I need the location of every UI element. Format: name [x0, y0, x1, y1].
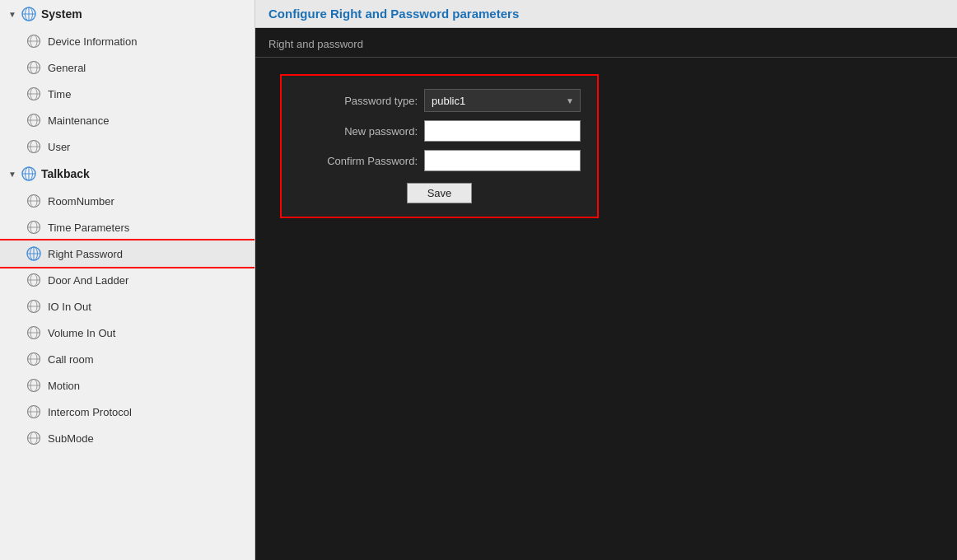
sidebar-item-right-password[interactable]: Right Password [0, 240, 254, 267]
talkback-globe-icon [21, 166, 36, 181]
sidebar-item-time-parameters[interactable]: Time Parameters [0, 214, 254, 240]
main-panel: Configure Right and Password parameters … [255, 0, 957, 560]
time-icon [26, 86, 41, 101]
sidebar-item-label: General [48, 62, 86, 74]
confirm-password-label: Confirm Password: [298, 155, 418, 167]
system-group-label: System [41, 7, 82, 21]
sidebar-item-submode[interactable]: SubMode [0, 425, 254, 451]
door-ladder-icon [26, 273, 41, 287]
sidebar-group-system[interactable]: ▼ System [0, 0, 254, 28]
password-type-select-wrapper[interactable]: public1 public2 admin [424, 89, 581, 112]
sidebar-item-label: Door And Ladder [48, 274, 128, 287]
form-panel: Password type: public1 public2 admin New… [280, 74, 599, 218]
sidebar-item-label: Motion [48, 380, 80, 392]
sidebar-item-label: Call room [48, 353, 94, 366]
sidebar-item-maintenance[interactable]: Maintenance [0, 107, 254, 133]
sidebar-item-intercom-protocol[interactable]: Intercom Protocol [0, 399, 254, 425]
content-area: Right and password Password type: public… [255, 28, 957, 560]
sidebar-item-io-in-out[interactable]: IO In Out [0, 293, 254, 320]
save-button[interactable]: Save [407, 183, 473, 203]
sidebar-group-talkback[interactable]: ▼ Talkback [0, 160, 254, 188]
system-collapse-icon: ▼ [8, 10, 16, 19]
io-in-out-icon [26, 299, 41, 314]
sidebar: ▼ System Device Information General [0, 0, 255, 560]
room-number-icon [26, 194, 41, 208]
new-password-label: New password: [298, 125, 418, 138]
new-password-input[interactable] [424, 120, 581, 142]
page-title: Configure Right and Password parameters [255, 0, 957, 28]
sidebar-item-label: RoomNumber [48, 195, 114, 208]
sidebar-item-motion[interactable]: Motion [0, 372, 254, 399]
password-type-label: Password type: [298, 95, 418, 107]
sidebar-item-label: Maintenance [48, 114, 109, 127]
sidebar-item-label: IO In Out [48, 301, 91, 313]
sidebar-item-volume-in-out[interactable]: Volume In Out [0, 320, 254, 346]
motion-icon [26, 378, 41, 393]
sidebar-item-label: Intercom Protocol [48, 406, 132, 418]
sidebar-item-room-number[interactable]: RoomNumber [0, 188, 254, 214]
sidebar-item-label: Right Password [48, 248, 123, 260]
password-type-select[interactable]: public1 public2 admin [424, 89, 581, 112]
section-label: Right and password [255, 28, 957, 58]
sidebar-item-label: SubMode [48, 432, 94, 445]
sidebar-item-user[interactable]: User [0, 133, 254, 160]
system-globe-icon [21, 7, 36, 21]
sidebar-item-call-room[interactable]: Call room [0, 346, 254, 372]
sidebar-item-general[interactable]: General [0, 54, 254, 81]
time-parameters-icon [26, 220, 41, 235]
sidebar-item-label: Time [48, 88, 71, 100]
intercom-protocol-icon [26, 404, 41, 419]
sidebar-item-label: Time Parameters [48, 222, 129, 234]
user-icon [26, 139, 41, 154]
general-icon [26, 60, 41, 75]
right-password-icon [26, 246, 41, 261]
sidebar-item-time[interactable]: Time [0, 81, 254, 107]
save-btn-row: Save [298, 183, 581, 203]
volume-in-out-icon [26, 325, 41, 340]
sidebar-item-label: Volume In Out [48, 327, 115, 339]
sidebar-item-device-information[interactable]: Device Information [0, 28, 254, 54]
submode-icon [26, 431, 41, 446]
confirm-password-row: Confirm Password: [298, 150, 581, 171]
sidebar-item-door-and-ladder[interactable]: Door And Ladder [0, 267, 254, 293]
talkback-collapse-icon: ▼ [8, 170, 16, 179]
call-room-icon [26, 352, 41, 366]
talkback-group-label: Talkback [41, 167, 90, 180]
sidebar-item-label: Device Information [48, 35, 137, 48]
password-type-row: Password type: public1 public2 admin [298, 89, 581, 112]
new-password-row: New password: [298, 120, 581, 142]
confirm-password-input[interactable] [424, 150, 581, 171]
device-info-icon [26, 34, 41, 49]
maintenance-icon [26, 113, 41, 128]
sidebar-item-label: User [48, 141, 70, 153]
